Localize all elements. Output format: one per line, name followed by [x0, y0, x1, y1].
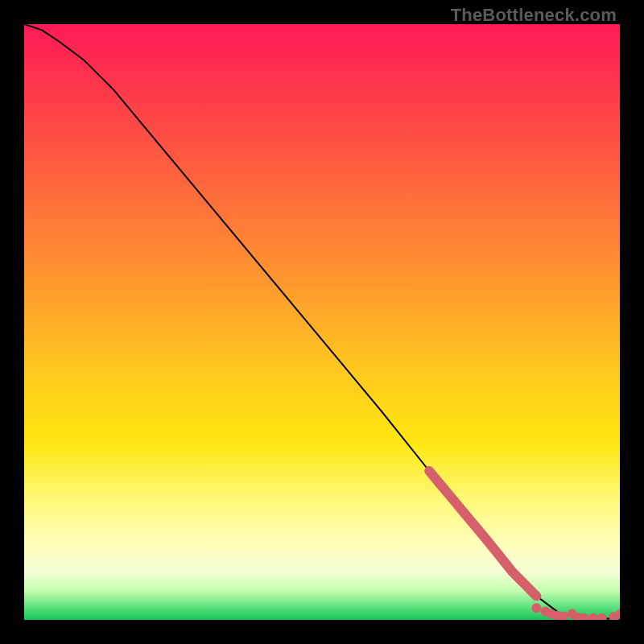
tail-dots — [531, 603, 620, 620]
tail-dot — [588, 613, 598, 620]
tail-dot — [597, 613, 607, 620]
chart-overlay — [24, 24, 620, 620]
highlight-segment — [429, 471, 536, 596]
tail-dot — [531, 603, 541, 613]
chart-stage: TheBottleneck.com — [0, 0, 644, 644]
plot-area — [24, 24, 620, 620]
main-curve — [24, 24, 620, 619]
watermark-text: TheBottleneck.com — [451, 5, 617, 26]
